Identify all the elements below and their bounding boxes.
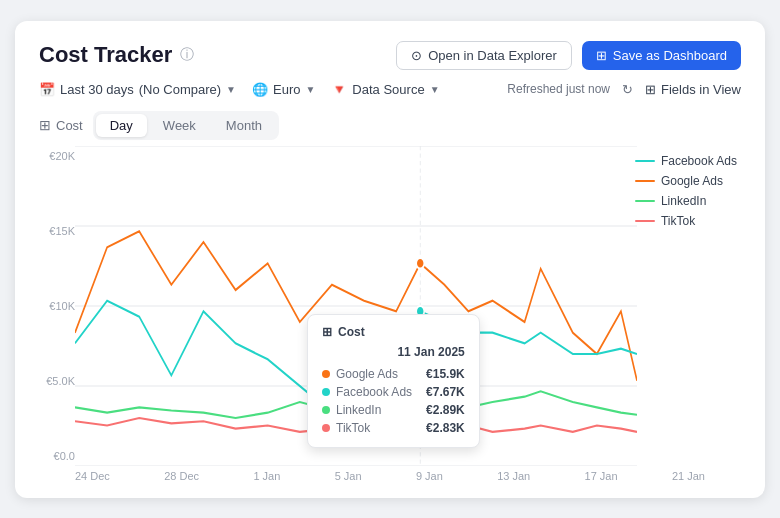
calendar-icon: 📅 — [39, 82, 55, 97]
open-explorer-button[interactable]: ⊙ Open in Data Explorer — [396, 41, 572, 70]
save-icon: ⊞ — [596, 48, 607, 63]
tooltip-row-facebook: Facebook Ads €7.67K — [322, 383, 465, 401]
svg-point-6 — [416, 258, 424, 269]
legend-line-facebook — [635, 160, 655, 162]
save-dashboard-button[interactable]: ⊞ Save as Dashboard — [582, 41, 741, 70]
date-range-filter[interactable]: 📅 Last 30 days (No Compare) ▼ — [39, 82, 236, 97]
legend-line-tiktok — [635, 220, 655, 222]
header-buttons: ⊙ Open in Data Explorer ⊞ Save as Dashbo… — [396, 41, 741, 70]
currency-dropdown-arrow: ▼ — [305, 84, 315, 95]
tab-day[interactable]: Day — [96, 114, 147, 137]
tooltip-row-tiktok: TikTok €2.83K — [322, 419, 465, 437]
filters-row: 📅 Last 30 days (No Compare) ▼ 🌐 Euro ▼ 🔻… — [39, 82, 741, 97]
fields-in-view-button[interactable]: ⊞ Fields in View — [645, 82, 741, 97]
explorer-icon: ⊙ — [411, 48, 422, 63]
x-axis-labels: 24 Dec 28 Dec 1 Jan 5 Jan 9 Jan 13 Jan 1… — [39, 466, 741, 482]
filters-left: 📅 Last 30 days (No Compare) ▼ 🌐 Euro ▼ 🔻… — [39, 82, 440, 97]
legend-item-facebook: Facebook Ads — [635, 154, 737, 168]
legend-item-tiktok: TikTok — [635, 214, 737, 228]
legend-line-google — [635, 180, 655, 182]
datasource-dropdown-arrow: ▼ — [430, 84, 440, 95]
info-icon[interactable]: ⓘ — [180, 46, 194, 64]
cost-label: ⊞ Cost — [39, 117, 83, 133]
date-dropdown-arrow: ▼ — [226, 84, 236, 95]
legend-line-linkedin — [635, 200, 655, 202]
legend-item-google: Google Ads — [635, 174, 737, 188]
filters-right: Refreshed just now ↻ ⊞ Fields in View — [507, 82, 741, 97]
y-axis-labels: €20K €15K €10K €5.0K €0.0 — [39, 146, 75, 466]
main-card: Cost Tracker ⓘ ⊙ Open in Data Explorer ⊞… — [15, 21, 765, 498]
tab-group: Day Week Month — [93, 111, 279, 140]
refresh-icon[interactable]: ↻ — [622, 82, 633, 97]
data-source-filter[interactable]: 🔻 Data Source ▼ — [331, 82, 439, 97]
chart-controls: ⊞ Cost Day Week Month — [39, 111, 741, 140]
page-title: Cost Tracker — [39, 42, 172, 68]
chart-tooltip: ⊞ Cost 11 Jan 2025 Google Ads €15.9K Fac… — [307, 314, 480, 448]
tooltip-dot-tiktok — [322, 424, 330, 432]
chart-legend: Facebook Ads Google Ads LinkedIn TikTok — [635, 154, 737, 228]
cost-icon: ⊞ — [39, 117, 51, 133]
tooltip-date: 11 Jan 2025 — [322, 345, 465, 359]
currency-filter[interactable]: 🌐 Euro ▼ — [252, 82, 315, 97]
title-area: Cost Tracker ⓘ — [39, 42, 194, 68]
tooltip-dot-facebook — [322, 388, 330, 396]
tab-week[interactable]: Week — [149, 114, 210, 137]
tooltip-dot-google — [322, 370, 330, 378]
header-row: Cost Tracker ⓘ ⊙ Open in Data Explorer ⊞… — [39, 41, 741, 70]
chart-area: €20K €15K €10K €5.0K €0.0 — [39, 146, 741, 466]
tooltip-row-linkedin: LinkedIn €2.89K — [322, 401, 465, 419]
tooltip-header: ⊞ Cost — [322, 325, 465, 339]
tooltip-dot-linkedin — [322, 406, 330, 414]
legend-item-linkedin: LinkedIn — [635, 194, 737, 208]
globe-icon: 🌐 — [252, 82, 268, 97]
tooltip-icon: ⊞ — [322, 325, 332, 339]
filter-icon: 🔻 — [331, 82, 347, 97]
tooltip-row-google: Google Ads €15.9K — [322, 365, 465, 383]
tab-month[interactable]: Month — [212, 114, 276, 137]
grid-icon: ⊞ — [645, 82, 656, 97]
